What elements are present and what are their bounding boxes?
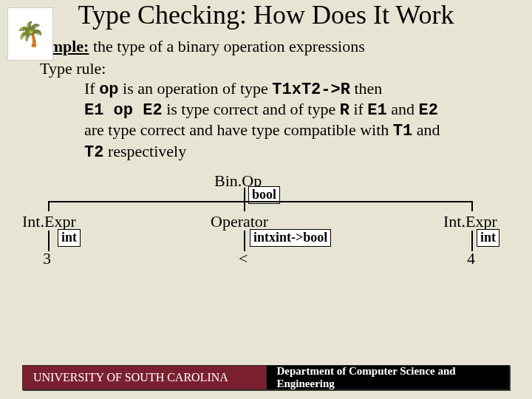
example-text: the type of a binary operation expressio… xyxy=(89,37,364,55)
type-rule-block: Type rule: If op is an operation of type… xyxy=(40,59,510,163)
tree-mid-tag: intxint->bool xyxy=(250,229,331,247)
tree-right-vline xyxy=(471,231,473,251)
parse-tree: Bin.Op bool Int.Expr int 3 Operator intx… xyxy=(22,171,510,279)
example-line: Example: the type of a binary operation … xyxy=(22,37,510,56)
footer: UNIVERSITY OF SOUTH CAROLINA Department … xyxy=(22,365,510,390)
slide-content: Example: the type of a binary operation … xyxy=(22,37,510,279)
rule-line-1: If op is an operation of type T1xT2->R t… xyxy=(84,79,510,100)
tree-mid-vline xyxy=(244,231,245,251)
tree-left-leaf: 3 xyxy=(43,249,51,268)
university-logo: 🌴 xyxy=(7,7,53,61)
tree-left-vline xyxy=(48,231,50,251)
tree-hline xyxy=(48,201,473,202)
rule-body: If op is an operation of type T1xT2->R t… xyxy=(84,79,510,163)
tree-left-tag: int xyxy=(58,229,81,247)
rule-line-4: T2 respectively xyxy=(84,142,510,163)
rule-line-2: E1 op E2 is type correct and of type R i… xyxy=(84,100,510,120)
tree-right-leaf: 4 xyxy=(467,249,475,268)
footer-university: UNIVERSITY OF SOUTH CAROLINA xyxy=(22,365,266,390)
palm-tree-icon: 🌴 xyxy=(16,22,45,46)
slide-title: Type Checking: How Does It Work xyxy=(59,1,473,30)
rule-line-3: are type correct and have type compatibl… xyxy=(84,120,510,141)
tree-vtick-left xyxy=(48,201,50,211)
tree-vtick-right xyxy=(471,201,473,211)
tree-vtick-mid xyxy=(244,201,245,211)
tree-vtick-root xyxy=(244,188,245,201)
tree-mid-leaf: < xyxy=(239,249,248,268)
footer-department: Department of Computer Science and Engin… xyxy=(266,365,511,390)
tree-right-tag: int xyxy=(477,229,499,247)
rule-heading: Type rule: xyxy=(40,59,510,78)
